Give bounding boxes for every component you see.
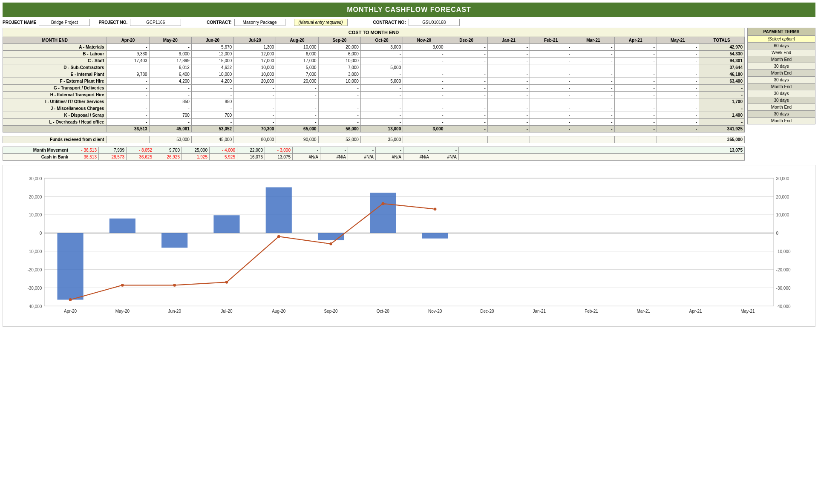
cell-10-9: - xyxy=(487,112,530,119)
col-header-10: Jan-21 xyxy=(487,37,530,44)
cell-7-1: - xyxy=(149,92,191,98)
movement-cell-11: - xyxy=(376,147,403,154)
cell-1-9: - xyxy=(487,51,530,58)
row-label-6: G - Transport / Deliveries xyxy=(3,85,107,92)
pt-select-option[interactable]: (Select option) xyxy=(748,36,815,43)
project-no-label: PROJECT NO. xyxy=(98,20,127,25)
cell-3-6: 5,000 xyxy=(360,64,403,71)
cell-5-6: 5,000 xyxy=(360,78,403,85)
funds-cell-2: 45,000 xyxy=(191,136,233,143)
svg-text:Oct-20: Oct-20 xyxy=(377,309,389,314)
bank-row: Cash in Bank36,51328,57336,62526,9251,92… xyxy=(3,154,745,161)
cell-11-11: - xyxy=(572,119,614,126)
cell-1-8: - xyxy=(445,51,487,58)
svg-rect-24 xyxy=(58,233,84,300)
svg-point-52 xyxy=(382,202,385,205)
total-cell-6: 13,000 xyxy=(360,126,403,132)
cell-3-13: - xyxy=(657,64,699,71)
cell-1-11: - xyxy=(572,51,614,58)
bank-cell-1: 28,573 xyxy=(99,154,127,161)
cell-10-6: - xyxy=(360,112,403,119)
svg-text:30,000: 30,000 xyxy=(776,176,789,181)
chart-area: -40,000-40,000-30,000-30,000-20,000-20,0… xyxy=(3,165,815,327)
cell-2-6: - xyxy=(360,58,403,64)
contract-no-label: CONTRACT NO: xyxy=(373,20,406,25)
movement-cell-8: - xyxy=(293,147,320,154)
svg-text:20,000: 20,000 xyxy=(776,195,789,199)
cell-2-9: - xyxy=(487,58,530,64)
svg-point-51 xyxy=(329,242,332,245)
svg-text:-10,000: -10,000 xyxy=(776,249,791,254)
row-total-11: - xyxy=(699,119,745,126)
cell-2-11: - xyxy=(572,58,614,64)
payment-term-row: Month End xyxy=(748,84,815,90)
cell-4-7: - xyxy=(403,71,445,78)
svg-text:0: 0 xyxy=(776,231,779,236)
bank-cell-5: 5,925 xyxy=(210,154,237,161)
cell-8-12: - xyxy=(614,98,657,105)
payment-term-value-6: Month End xyxy=(748,84,815,90)
svg-rect-30 xyxy=(370,193,396,233)
cell-10-0: - xyxy=(107,112,149,119)
bank-cell-7: 13,075 xyxy=(265,154,293,161)
cell-2-2: 15,000 xyxy=(191,58,233,64)
cell-0-2: 5,670 xyxy=(191,44,233,51)
bank-cell-12: #N/A xyxy=(403,154,431,161)
row-label-2: C - Staff xyxy=(3,58,107,64)
svg-text:-40,000: -40,000 xyxy=(27,304,42,309)
row-label-11: L - Overheads / Head office xyxy=(3,119,107,126)
manual-entry-note: (Manual entry required) xyxy=(294,19,348,26)
table-row: D - Sub-Contractors-6,0124,63210,0005,00… xyxy=(3,64,745,71)
cell-11-7: - xyxy=(403,119,445,126)
payment-term-row: 30 days xyxy=(748,111,815,118)
funds-cell-3: 80,000 xyxy=(234,136,276,143)
row-label-5: F - External Plant Hire xyxy=(3,78,107,85)
payment-term-value-1: Week End xyxy=(748,49,815,56)
table-row: K - Disposal / Scrap-700700-----------1,… xyxy=(3,112,745,119)
cell-9-13: - xyxy=(657,105,699,112)
total-cell-1: 45,061 xyxy=(149,126,191,132)
payment-term-row: Month End xyxy=(748,118,815,124)
row-total-7: - xyxy=(699,92,745,98)
bank-cell-11: #N/A xyxy=(376,154,403,161)
cell-4-2: 10,000 xyxy=(191,71,233,78)
cell-11-13: - xyxy=(657,119,699,126)
bank-cell-13: #N/A xyxy=(431,154,459,161)
cell-7-5: - xyxy=(318,92,360,98)
funds-cell-5: 52,000 xyxy=(318,136,360,143)
cell-6-4: - xyxy=(276,85,318,92)
cell-0-6: 3,000 xyxy=(360,44,403,51)
cell-8-6: - xyxy=(360,98,403,105)
cell-11-8: - xyxy=(445,119,487,126)
cell-4-5: 3,000 xyxy=(318,71,360,78)
cell-0-1: - xyxy=(149,44,191,51)
cell-6-11: - xyxy=(572,85,614,92)
cell-1-12: - xyxy=(614,51,657,58)
table-row: F - External Plant Hire-4,2004,20020,000… xyxy=(3,78,745,85)
cell-2-0: 17,403 xyxy=(107,58,149,64)
cell-2-3: 17,000 xyxy=(234,58,276,64)
cell-9-3: - xyxy=(234,105,276,112)
movement-cell-7: - 3,000 xyxy=(265,147,293,154)
cell-10-12: - xyxy=(614,112,657,119)
cell-5-4: 20,000 xyxy=(276,78,318,85)
cell-4-3: 10,000 xyxy=(234,71,276,78)
cell-3-4: 5,000 xyxy=(276,64,318,71)
svg-rect-26 xyxy=(161,233,187,248)
cell-3-0: - xyxy=(107,64,149,71)
svg-text:Jun-20: Jun-20 xyxy=(168,309,181,314)
cell-10-1: 700 xyxy=(149,112,191,119)
svg-rect-28 xyxy=(266,187,292,233)
cell-11-10: - xyxy=(530,119,572,126)
contract-value: Masonry Package xyxy=(234,19,285,26)
cell-1-1: 9,000 xyxy=(149,51,191,58)
cell-11-4: - xyxy=(276,119,318,126)
cell-5-10: - xyxy=(530,78,572,85)
col-header-13: Apr-21 xyxy=(614,37,657,44)
row-total-2: 94,301 xyxy=(699,58,745,64)
payment-terms-table: (Select option)60 daysWeek EndMonth End3… xyxy=(747,35,815,124)
svg-text:10,000: 10,000 xyxy=(29,213,42,217)
cell-8-1: 850 xyxy=(149,98,191,105)
cell-1-6: - xyxy=(360,51,403,58)
cell-5-9: - xyxy=(487,78,530,85)
